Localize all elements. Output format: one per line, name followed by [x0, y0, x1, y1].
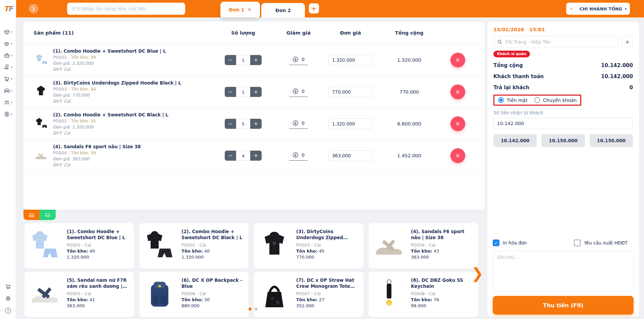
remove-item-button[interactable]: ✕: [450, 53, 465, 67]
product-image-keychain: [371, 274, 407, 314]
product-search-input[interactable]: [72, 6, 180, 11]
catalog-next-arrow[interactable]: ❯: [471, 266, 484, 281]
increase-quantity-button[interactable]: +: [250, 151, 262, 161]
cash-label: Tiền mặt: [507, 98, 528, 103]
catalog-card-2[interactable]: (2). Combo Hoodie + Sweetshort DC Black …: [139, 223, 249, 268]
catalog-card-3[interactable]: (3). DirtyCoins Underdogs Zipped Hoodie …: [254, 223, 363, 268]
line-total: 770.000: [377, 89, 441, 95]
chevron-right-icon: ›: [11, 65, 13, 69]
cart-icon: [5, 283, 11, 290]
catalog-card-6[interactable]: (6). DC X OP Backpack - Blue POS06 - Cái…: [139, 272, 249, 317]
discount-field[interactable]: 0: [289, 55, 308, 65]
decrease-quantity-button[interactable]: −: [225, 119, 236, 129]
catalog-card-8[interactable]: (8). DC DBZ Goku SS Keychain POS08 - Cái…: [369, 272, 478, 317]
quantity-stepper: − +: [225, 151, 262, 161]
quantity-input[interactable]: [236, 87, 250, 97]
add-order-tab-button[interactable]: +: [309, 3, 319, 13]
radio-unselected-icon: [534, 97, 540, 103]
date-text: 13/01/2026: [493, 27, 524, 32]
catalog-card-7[interactable]: (7). DC x OP Straw Hat Crew Monogram Tot…: [254, 272, 363, 317]
catalog-item-sku: POS08 - Cái: [411, 291, 475, 296]
sidebar-item-warehouse[interactable]: ›: [0, 86, 16, 96]
catalog-stock-value: 40: [203, 249, 210, 254]
remove-item-button[interactable]: ✕: [450, 148, 465, 163]
discount-field[interactable]: 0: [289, 151, 308, 161]
sidebar-item-finance[interactable]: ›: [0, 109, 16, 119]
tab-order-2[interactable]: Đơn 2: [261, 3, 305, 17]
logo-letter-f: F: [8, 5, 12, 13]
decrease-quantity-button[interactable]: −: [225, 151, 236, 161]
quantity-input[interactable]: [236, 55, 250, 65]
payment-transfer-radio[interactable]: Chuyển khoản: [534, 97, 577, 103]
sidebar-settings-button[interactable]: ⚙: [0, 294, 16, 303]
increase-quantity-button[interactable]: +: [250, 119, 262, 129]
received-amount-input[interactable]: [493, 118, 633, 129]
order-item-unit-note: Đơn giá: 363.000: [53, 156, 141, 161]
sidebar-item-partners[interactable]: ›: [0, 39, 16, 49]
increase-quantity-button[interactable]: +: [250, 55, 262, 65]
sidebar-item-sales[interactable]: ›: [0, 74, 16, 84]
sidebar-item-supply[interactable]: ›: [0, 62, 16, 72]
catalog-card-4[interactable]: (4). Sandals F6 sport nâu | Size 38 POS0…: [369, 223, 478, 268]
print-invoice-checkbox[interactable]: ✓ In hóa đơn: [493, 240, 527, 246]
tab-close-icon[interactable]: ✕: [248, 7, 252, 12]
checkbox-unchecked-icon: [574, 240, 581, 246]
total-value: 10.142.000: [601, 62, 633, 68]
collect-payment-button[interactable]: Thu tiền (F9): [493, 296, 634, 315]
discount-value: 0: [302, 152, 305, 158]
sidebar-item-customers[interactable]: ›: [0, 97, 16, 107]
payment-cash-radio[interactable]: Tiền mặt: [498, 97, 528, 103]
catalog-view-toggles: [23, 210, 56, 220]
customer-search-input[interactable]: [505, 39, 615, 45]
sidebar-collapse-button[interactable]: ❯: [29, 4, 38, 13]
catalog-card-1[interactable]: (1). Combo Hoodie + Sweetshort DC Blue |…: [24, 223, 134, 268]
search-icon: [497, 39, 502, 45]
branch-selector[interactable]: CHI NHÁNH TỔNG ▾: [566, 3, 630, 15]
unit-price-input[interactable]: [328, 118, 373, 129]
pagination-dot-active[interactable]: [249, 308, 252, 311]
einvoice-checkbox[interactable]: Yêu cầu xuất HĐĐT: [574, 240, 628, 246]
order-items-card: Sản phẩm (11) Số lượng Giảm giá Đơn giá …: [23, 21, 485, 210]
discount-value: 0: [302, 89, 305, 94]
order-note-input[interactable]: [493, 251, 634, 291]
decrease-quantity-button[interactable]: −: [225, 87, 236, 97]
change-value: 0: [630, 85, 633, 91]
catalog-stock-label: Tồn kho:: [67, 297, 88, 302]
suggest-amount-button[interactable]: 10.150.000: [590, 134, 633, 147]
suggest-amount-button[interactable]: 10.142.000: [493, 134, 537, 147]
unit-price-input[interactable]: [328, 55, 373, 65]
add-customer-button[interactable]: +: [622, 36, 633, 47]
decrease-quantity-button[interactable]: −: [225, 55, 236, 65]
logo-letter-t: T: [4, 5, 8, 13]
quantity-input[interactable]: [236, 151, 250, 161]
tab-order-1[interactable]: Đơn 1 ✕: [220, 2, 260, 17]
suggest-amount-button[interactable]: 10.150.000: [541, 134, 585, 147]
total-label: Tổng cộng: [493, 62, 523, 68]
discount-field[interactable]: 0: [289, 119, 308, 129]
catalog-stock-label: Tồn kho:: [67, 249, 88, 254]
remove-item-button[interactable]: ✕: [450, 85, 465, 99]
line-total: 6.600.000: [377, 121, 441, 126]
unit-price-input[interactable]: [328, 87, 373, 97]
list-view-button[interactable]: [40, 210, 56, 220]
unit-price-input[interactable]: [328, 150, 373, 161]
pos-app: TF ❯ Đơn 1 ✕ Đơn 2 + CHI NHÁNH TỔNG ▾ ›: [0, 0, 644, 319]
app-logo[interactable]: TF: [0, 0, 16, 17]
quantity-input[interactable]: [236, 119, 250, 129]
grid-view-button[interactable]: [23, 210, 40, 220]
order-row: (2). Combo Hoodie + Sweetshort DC Black …: [23, 108, 485, 140]
sidebar-help-button[interactable]: ?: [0, 306, 16, 315]
sidebar-item-work[interactable]: ›: [0, 50, 16, 60]
sidebar-cart-button[interactable]: [0, 282, 16, 291]
datetime: 13/01/2026 15:01: [493, 27, 633, 32]
pagination-dot[interactable]: [255, 308, 258, 311]
sidebar-item-products[interactable]: ›: [0, 27, 16, 37]
order-item-name: (1). Combo Hoodie + Sweetshort DC Blue |…: [53, 48, 166, 54]
discount-field[interactable]: 0: [289, 87, 308, 97]
column-quantity: Số lượng: [213, 30, 273, 36]
catalog-card-5[interactable]: (5). Sandal nam nữ F7R xám rêu xanh dươn…: [24, 272, 134, 317]
increase-quantity-button[interactable]: +: [250, 87, 262, 97]
remove-item-button[interactable]: ✕: [450, 116, 465, 131]
order-item-uom: ĐVT: Cái: [53, 67, 166, 72]
hand-box-icon: [4, 64, 10, 70]
